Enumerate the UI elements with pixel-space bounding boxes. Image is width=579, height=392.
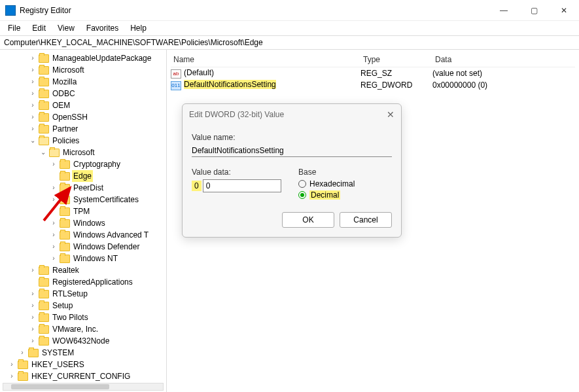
value-data-input[interactable]: [203, 179, 281, 192]
expand-icon[interactable]: ›: [50, 241, 58, 253]
tree-item[interactable]: ›Two Pilots: [29, 312, 166, 323]
value-data-highlight: 0: [192, 181, 202, 191]
tree-item[interactable]: ›HKEY_CURRENT_CONFIG: [8, 370, 166, 382]
expand-icon[interactable]: ›: [29, 111, 37, 123]
menu-edit[interactable]: Edit: [27, 22, 51, 34]
value-row[interactable]: ab(Default)REG_SZ(value not set): [171, 67, 575, 79]
folder-icon: [60, 160, 70, 169]
folder-icon: [60, 219, 70, 228]
menu-file[interactable]: File: [3, 22, 26, 34]
tree-label: Mozilla: [51, 76, 78, 88]
tree-label: Realtek: [51, 264, 80, 276]
value-row[interactable]: 011DefaultNotificationsSettingREG_DWORD0…: [171, 79, 575, 91]
tree-label: Windows NT: [72, 253, 119, 264]
expand-icon[interactable]: ›: [50, 158, 58, 170]
tree-item[interactable]: ⌄Microsoft: [39, 147, 166, 158]
expand-icon[interactable]: ›: [50, 194, 58, 205]
expand-icon[interactable]: ›: [29, 76, 37, 88]
expand-icon[interactable]: ›: [18, 347, 26, 359]
tree-item[interactable]: ›Microsoft: [29, 64, 166, 76]
maximize-button[interactable]: ▢: [519, 0, 549, 21]
expand-icon[interactable]: ›: [29, 323, 37, 335]
value-name-input[interactable]: [192, 145, 392, 157]
tree-item[interactable]: ›OEM: [29, 99, 166, 111]
value-type-icon: ab: [171, 69, 181, 79]
tree-item[interactable]: Edge: [50, 170, 166, 182]
tree-item[interactable]: ›Windows Defender: [50, 241, 166, 253]
tree-item[interactable]: ›RTLSetup: [29, 288, 166, 300]
tree-label: VMware, Inc.: [51, 323, 99, 335]
expand-icon[interactable]: ›: [29, 99, 37, 111]
column-headers[interactable]: Name Type Data: [171, 52, 575, 67]
tree-label: OEM: [51, 99, 71, 111]
tree-label: HKEY_CURRENT_CONFIG: [30, 370, 132, 382]
expand-icon[interactable]: ›: [29, 88, 37, 99]
tree-item[interactable]: ›Mozilla: [29, 76, 166, 88]
col-data[interactable]: Data: [432, 52, 575, 67]
tree-item[interactable]: ⌄Policies: [29, 135, 166, 147]
expand-icon[interactable]: ›: [8, 370, 16, 382]
tree-item[interactable]: RegisteredApplications: [29, 276, 166, 288]
ok-button[interactable]: OK: [282, 212, 334, 228]
menu-help[interactable]: Help: [125, 22, 152, 34]
expand-icon[interactable]: ›: [29, 264, 37, 276]
tree-item[interactable]: ›HKEY_USERS: [8, 359, 166, 370]
tree-item[interactable]: ›Windows Advanced T: [50, 229, 166, 241]
radio-decimal[interactable]: Decimal: [298, 190, 392, 200]
tree-item[interactable]: ›VMware, Inc.: [29, 323, 166, 335]
col-name[interactable]: Name: [171, 52, 360, 67]
expand-icon[interactable]: ›: [50, 229, 58, 241]
tree-item[interactable]: ›ODBC: [29, 88, 166, 99]
tree-item[interactable]: ›SYSTEM: [18, 347, 166, 359]
expand-icon[interactable]: ›: [50, 253, 58, 264]
tree-item[interactable]: ›Windows NT: [50, 253, 166, 264]
expand-icon[interactable]: ›: [50, 182, 58, 194]
expand-icon[interactable]: ›: [29, 123, 37, 135]
expand-icon[interactable]: ›: [29, 335, 37, 347]
tree-item[interactable]: ›Setup: [29, 300, 166, 312]
close-button[interactable]: ✕: [549, 0, 579, 21]
tree-label: Two Pilots: [51, 312, 90, 323]
tree-item[interactable]: ›WOW6432Node: [29, 335, 166, 347]
tree-item[interactable]: ›Partner: [29, 123, 166, 135]
tree-item[interactable]: ›Realtek: [29, 264, 166, 276]
menu-favorites[interactable]: Favorites: [81, 22, 124, 34]
tree-item[interactable]: ›Cryptography: [50, 158, 166, 170]
folder-icon: [18, 372, 28, 381]
expand-icon[interactable]: ›: [29, 300, 37, 312]
expand-icon[interactable]: ⌄: [39, 147, 47, 158]
address-bar[interactable]: Computer\HKEY_LOCAL_MACHINE\SOFTWARE\Pol…: [0, 35, 579, 50]
expand-icon[interactable]: ⌄: [29, 135, 37, 147]
expand-icon[interactable]: ›: [8, 359, 16, 370]
expand-icon[interactable]: ›: [50, 217, 58, 229]
tree-label: OpenSSH: [51, 111, 89, 123]
menu-view[interactable]: View: [52, 22, 80, 34]
folder-icon: [39, 113, 49, 122]
tree-item[interactable]: ›OpenSSH: [29, 111, 166, 123]
dialog-close-icon[interactable]: ✕: [387, 109, 395, 120]
expand-icon[interactable]: ›: [29, 52, 37, 64]
menu-bar: File Edit View Favorites Help: [0, 21, 579, 35]
folder-icon: [60, 172, 70, 181]
expand-icon[interactable]: ›: [29, 312, 37, 323]
folder-icon: [60, 231, 70, 240]
col-type[interactable]: Type: [360, 52, 432, 67]
value-type-icon: 011: [171, 81, 181, 90]
expand-icon[interactable]: ›: [29, 288, 37, 300]
folder-icon: [39, 325, 49, 334]
radio-hexadecimal[interactable]: Hexadecimal: [298, 179, 392, 188]
tree-item[interactable]: ›SystemCertificates: [50, 194, 166, 205]
tree-label: Windows Advanced T: [72, 229, 150, 241]
folder-icon: [39, 125, 49, 134]
horizontal-scrollbar[interactable]: [3, 383, 164, 391]
value-type: REG_DWORD: [360, 80, 432, 90]
tree-item[interactable]: ›ManageableUpdatePackage: [29, 52, 166, 64]
cancel-button[interactable]: Cancel: [340, 212, 392, 228]
tree-item[interactable]: ›PeerDist: [50, 182, 166, 194]
tree-label: Setup: [51, 300, 74, 312]
minimize-button[interactable]: —: [489, 0, 519, 21]
tree-label: ODBC: [51, 88, 77, 99]
tree-item[interactable]: ›Windows: [50, 217, 166, 229]
expand-icon[interactable]: ›: [29, 64, 37, 76]
tree-item[interactable]: TPM: [50, 205, 166, 217]
